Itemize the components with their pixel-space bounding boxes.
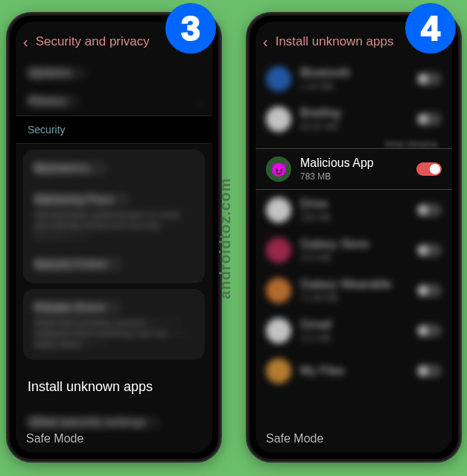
malicious-app-icon: 😈	[266, 156, 291, 182]
list-item[interactable]: Privacy ›	[16, 87, 212, 115]
app-icon	[266, 66, 291, 92]
item-label: Private Share	[34, 301, 123, 314]
app-info: Drive 258 MB	[300, 197, 416, 223]
app-size: 258 MB	[300, 212, 416, 223]
app-name: Galaxy Store	[300, 238, 416, 251]
list-item[interactable]: Biometrics	[23, 153, 205, 184]
app-info: Bluetooth 1.34 MB	[300, 66, 416, 92]
chevron-right-icon: ›	[197, 96, 200, 107]
toggle-switch[interactable]	[416, 162, 442, 176]
app-size: 60.62 MB	[300, 121, 416, 132]
item-sub: Use biometric authentication to verify y…	[34, 210, 182, 218]
watermark: androidtoz.com	[217, 178, 234, 299]
install-unknown-apps-item[interactable]: Install unknown apps	[16, 366, 212, 408]
screen-security-privacy: ‹ Security and privacy Updates Privacy ›…	[16, 22, 212, 453]
app-name: Drive	[300, 197, 416, 211]
page-title: Install unknown apps	[276, 34, 394, 49]
app-info: Galaxy Wearable 71.98 MB	[300, 278, 416, 303]
app-info: Briefing 60.62 MB	[300, 107, 416, 132]
phone-step-4: ‹ Install unknown apps Bluetooth 1.34 MB…	[247, 13, 460, 461]
settings-list: Updates Privacy › Security Biometrics Sa…	[16, 59, 212, 437]
security-card: Biometrics Samsung Pass Use biometric au…	[23, 150, 205, 283]
toggle-switch[interactable]	[416, 72, 442, 86]
app-name: Briefing	[300, 107, 416, 120]
item-label: Privacy	[28, 95, 80, 108]
app-icon	[266, 278, 291, 303]
app-row[interactable]: Galaxy Wearable 71.98 MB	[255, 270, 452, 311]
app-icon	[266, 197, 291, 223]
app-row[interactable]: Gmail 221 MB	[255, 311, 452, 351]
app-size: 1.34 MB	[300, 81, 416, 92]
section-header-security: Security	[16, 115, 212, 144]
back-icon[interactable]: ‹	[263, 34, 268, 51]
toggle-switch[interactable]	[416, 364, 442, 378]
app-name: Malicious App	[300, 156, 416, 170]
app-row[interactable]: Drive 258 MB	[255, 190, 452, 230]
app-info: Gmail 221 MB	[300, 318, 416, 343]
app-size: 373 MB	[300, 253, 416, 263]
app-icon	[266, 238, 291, 263]
step-badge-3: 3	[165, 3, 216, 54]
app-icon	[266, 107, 291, 132]
app-row-malicious[interactable]: 😈 Malicious App 783 MB	[255, 148, 452, 190]
app-row[interactable]: My Files	[255, 351, 452, 391]
toggle-switch[interactable]	[416, 203, 442, 217]
app-info: Galaxy Store 373 MB	[300, 238, 416, 263]
list-item[interactable]: Samsung Pass Use biometric authenticatio…	[23, 184, 205, 249]
app-size: 783 MB	[300, 171, 416, 182]
toggle-switch[interactable]	[416, 244, 442, 257]
item-label: Samsung Pass	[34, 193, 130, 206]
app-icon	[266, 318, 291, 343]
app-name: Bluetooth	[300, 66, 416, 80]
toggle-switch[interactable]	[416, 112, 442, 126]
item-sub: Share files privately, prevent recipient…	[34, 318, 182, 326]
toggle-switch[interactable]	[416, 324, 442, 337]
item-label: Biometrics	[34, 162, 108, 175]
app-info: My Files	[300, 364, 416, 378]
phone-step-3: ‹ Security and privacy Updates Privacy ›…	[7, 13, 220, 461]
safe-mode-label: Safe Mode	[266, 432, 323, 445]
app-row[interactable]: Bluetooth 1.34 MB	[255, 59, 452, 99]
app-icon	[266, 358, 291, 384]
item-label: Other security settings	[28, 416, 162, 429]
safe-mode-label: Safe Mode	[26, 432, 83, 445]
app-size: 71.98 MB	[300, 293, 416, 303]
list-item[interactable]: Secure Folder	[23, 249, 205, 280]
app-name: Gmail	[300, 318, 416, 331]
step-badge-4: 4	[405, 3, 456, 54]
deep-sleeping-label: Deep sleeping	[255, 139, 452, 148]
app-row[interactable]: Galaxy Store 373 MB	[255, 230, 452, 270]
app-info: Malicious App 783 MB	[300, 156, 416, 182]
app-name: Galaxy Wearable	[300, 278, 416, 291]
list-item[interactable]: Private Share Share files privately, pre…	[23, 292, 205, 357]
app-name: My Files	[300, 364, 416, 378]
item-label: Updates	[28, 66, 87, 80]
app-size: 221 MB	[300, 333, 416, 343]
back-icon[interactable]: ‹	[23, 34, 28, 51]
private-share-card: Private Share Share files privately, pre…	[23, 289, 205, 360]
toggle-switch[interactable]	[416, 284, 442, 297]
apps-list: Bluetooth 1.34 MB Briefing 60.62 MB Deep…	[255, 59, 452, 391]
screen-install-unknown-apps: ‹ Install unknown apps Bluetooth 1.34 MB…	[255, 22, 452, 453]
item-label: Secure Folder	[34, 258, 123, 271]
page-title: Security and privacy	[36, 34, 150, 49]
list-item[interactable]: Updates	[16, 59, 212, 87]
app-row[interactable]: Briefing 60.62 MB	[255, 99, 452, 139]
